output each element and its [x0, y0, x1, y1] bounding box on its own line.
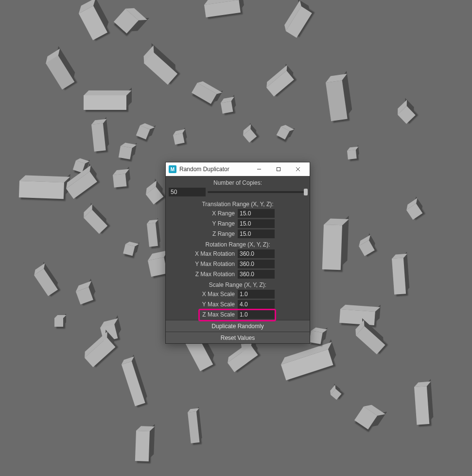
titlebar[interactable]: M Random Duplicator	[166, 162, 310, 176]
duplicate-randomly-button[interactable]: Duplicate Randomly	[166, 320, 310, 332]
z-range-input[interactable]	[238, 229, 275, 238]
scale-section-label: Scale Range (X, Y, Z):	[169, 280, 307, 290]
minimize-button[interactable]	[249, 162, 269, 176]
maximize-button[interactable]	[269, 162, 288, 176]
rotation-section-label: Rotation Range (X, Y, Z):	[169, 240, 307, 249]
close-button[interactable]	[288, 162, 308, 176]
window-title: Random Duplicator	[179, 166, 249, 173]
z-scale-label: Z Max Scale	[169, 311, 238, 318]
z-scale-input[interactable]	[238, 310, 275, 319]
x-rot-label: X Max Rotation	[169, 250, 238, 257]
svg-rect-1	[277, 168, 280, 171]
copies-input[interactable]	[169, 188, 206, 196]
translation-section-label: Translation Range (X, Y, Z):	[169, 199, 307, 209]
x-scale-input[interactable]	[238, 290, 275, 299]
y-rot-label: Y Max Rotation	[169, 261, 238, 267]
y-range-label: Y Range	[169, 220, 238, 227]
z-rot-label: Z Max Rotation	[169, 271, 238, 278]
y-scale-label: Y Max Scale	[169, 301, 238, 308]
x-scale-label: X Max Scale	[169, 291, 238, 298]
random-duplicator-dialog: M Random Duplicator Number of Copies: Tr…	[165, 162, 310, 344]
y-range-input[interactable]	[238, 219, 275, 228]
z-rot-input[interactable]	[238, 270, 275, 279]
copies-slider[interactable]	[208, 191, 307, 193]
copies-label: Number of Copies:	[169, 178, 307, 188]
x-rot-input[interactable]	[238, 249, 275, 258]
app-icon: M	[169, 165, 176, 173]
x-range-label: X Range	[169, 210, 238, 217]
x-range-input[interactable]	[238, 209, 275, 218]
reset-values-button[interactable]: Reset Values	[166, 332, 310, 343]
copies-slider-thumb[interactable]	[304, 189, 308, 195]
y-rot-input[interactable]	[238, 260, 275, 268]
y-scale-input[interactable]	[238, 300, 275, 309]
z-range-label: Z Range	[169, 230, 238, 237]
